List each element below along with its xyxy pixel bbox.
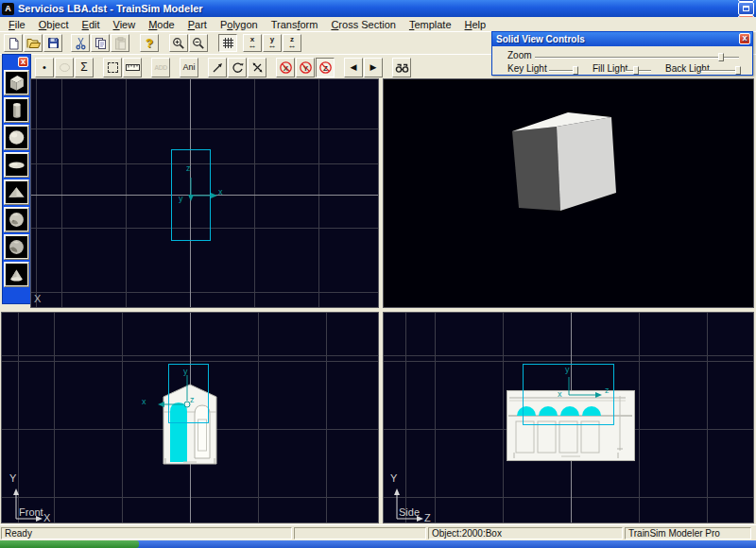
add-polygon-button[interactable]: ADD: [151, 58, 170, 77]
prev-button[interactable]: ◀: [344, 58, 363, 77]
gizmo-label-y: y: [179, 195, 183, 203]
axis-z-button[interactable]: z↔: [283, 34, 301, 52]
toolbar-separator: [143, 58, 151, 77]
gizmo-label-x: x: [558, 390, 562, 399]
menu-cross-section[interactable]: Cross Section: [324, 19, 402, 30]
open-button[interactable]: [24, 34, 43, 52]
point-button[interactable]: •: [35, 58, 54, 77]
shape-pyramid-button[interactable]: [4, 180, 29, 205]
grid-button[interactable]: [218, 34, 237, 52]
help-icon: ?: [146, 37, 153, 49]
zoom-slider-thumb[interactable]: [718, 53, 724, 61]
shape-palette-titlebar[interactable]: x: [3, 55, 30, 70]
menu-object[interactable]: Object: [32, 19, 76, 30]
move-icon: [212, 61, 224, 74]
rotate-button[interactable]: [228, 58, 247, 77]
gizmo-label-x: x: [142, 398, 146, 406]
corner-axis-horizontal: X: [43, 513, 50, 522]
toolbar-separator: [171, 58, 180, 77]
taskbar: [0, 540, 756, 548]
shape-globe-2-button[interactable]: [4, 234, 29, 260]
scale-icon: [251, 61, 264, 74]
lock-x-button[interactable]: X: [276, 58, 295, 77]
zoom-slider-track[interactable]: [535, 57, 739, 59]
start-button-fragment[interactable]: [0, 540, 139, 548]
shape-pyramid-icon: [6, 181, 27, 203]
marquee-icon: [108, 62, 118, 73]
dialog-title: Solid View Controls: [496, 34, 585, 44]
viewport-front[interactable]: y z x Y Front X: [2, 313, 378, 522]
viewport-side[interactable]: y x z Y Side Z: [384, 313, 753, 522]
menu-help[interactable]: Help: [458, 19, 493, 30]
shape-sphere-button[interactable]: [4, 125, 29, 150]
find-button[interactable]: [392, 58, 411, 77]
shape-disc-icon: [6, 154, 27, 176]
measure-icon: [126, 62, 140, 73]
gizmo-label-x: x: [218, 188, 223, 197]
corner-axis-vertical: Y: [9, 473, 16, 484]
paste-button[interactable]: [111, 34, 129, 52]
title-bar[interactable]: A Servicios LBA.dst - TrainSim Modeler ×: [0, 0, 756, 17]
axis-y-icon: y↔: [268, 36, 277, 50]
vertical-splitter[interactable]: [378, 79, 384, 524]
spline-button[interactable]: Σ: [75, 58, 94, 77]
zoom-in-button[interactable]: [169, 34, 188, 52]
menu-file[interactable]: File: [2, 19, 32, 30]
shape-cylinder-button[interactable]: [4, 97, 29, 123]
status-ready: Ready: [1, 527, 292, 539]
solid-box-render: [384, 79, 753, 307]
menu-polygon[interactable]: Polygon: [214, 19, 265, 30]
point-icon: •: [43, 62, 46, 73]
key-light-slider-thumb[interactable]: [573, 66, 578, 75]
menu-part[interactable]: Part: [181, 19, 214, 30]
shape-palette-buttons: [3, 70, 30, 287]
next-button[interactable]: ▶: [364, 58, 383, 77]
lock-z-button[interactable]: Z: [316, 58, 335, 77]
copy-button[interactable]: [91, 34, 110, 52]
new-button[interactable]: [4, 34, 23, 52]
shape-box-button[interactable]: [4, 70, 29, 95]
menu-bar: FileObjectEditViewModePartPolygonTransfo…: [0, 17, 756, 31]
key-light-slider-label: Key Light: [507, 64, 547, 74]
grid-icon: [222, 37, 234, 49]
menu-view[interactable]: View: [107, 19, 143, 30]
fill-light-slider-thumb[interactable]: [633, 66, 639, 75]
shape-globe-2-icon: [6, 236, 27, 258]
animate-button[interactable]: Ani: [180, 58, 198, 77]
move-button[interactable]: [208, 58, 227, 77]
menu-edit[interactable]: Edit: [76, 19, 107, 30]
axis-x-button[interactable]: x↔: [243, 34, 262, 52]
shape-disc-button[interactable]: [4, 152, 29, 178]
find-icon: [395, 61, 409, 74]
axis-y-button[interactable]: y↔: [263, 34, 282, 52]
viewport-solid-preview[interactable]: [384, 79, 753, 307]
lock-y-button[interactable]: Y: [296, 58, 315, 77]
viewport-top[interactable]: z y x X: [31, 79, 378, 307]
shape-cone-button[interactable]: [4, 262, 29, 287]
zoom-out-button[interactable]: [189, 34, 208, 52]
gizmo-label-z: z: [186, 164, 191, 173]
marquee-button[interactable]: [103, 58, 122, 77]
gizmo-label-y: y: [183, 368, 188, 376]
menu-mode[interactable]: Mode: [142, 19, 181, 30]
close-icon[interactable]: x: [18, 57, 28, 67]
dialog-titlebar[interactable]: Solid View Controls x: [492, 32, 752, 46]
shape-globe-button[interactable]: [4, 207, 29, 232]
save-button[interactable]: [43, 34, 62, 52]
cut-button[interactable]: [71, 34, 90, 52]
back-light-slider-thumb[interactable]: [735, 66, 741, 75]
restore-icon[interactable]: [738, 2, 754, 15]
menu-template[interactable]: Template: [403, 19, 458, 30]
shape-box-icon: [6, 72, 27, 94]
measure-button[interactable]: [123, 58, 142, 77]
ellipse-button[interactable]: [55, 58, 74, 77]
toolbar-separator: [209, 34, 218, 53]
add-polygon-icon: ADD: [154, 64, 167, 71]
help-button[interactable]: ?: [140, 34, 159, 52]
menu-transform[interactable]: Transform: [265, 19, 325, 30]
fill-light-slider-label: Fill Light: [593, 64, 627, 74]
close-icon[interactable]: x: [739, 33, 750, 44]
scale-button[interactable]: [248, 58, 266, 77]
toolbar-separator: [335, 58, 344, 77]
horizontal-splitter[interactable]: [0, 307, 756, 313]
